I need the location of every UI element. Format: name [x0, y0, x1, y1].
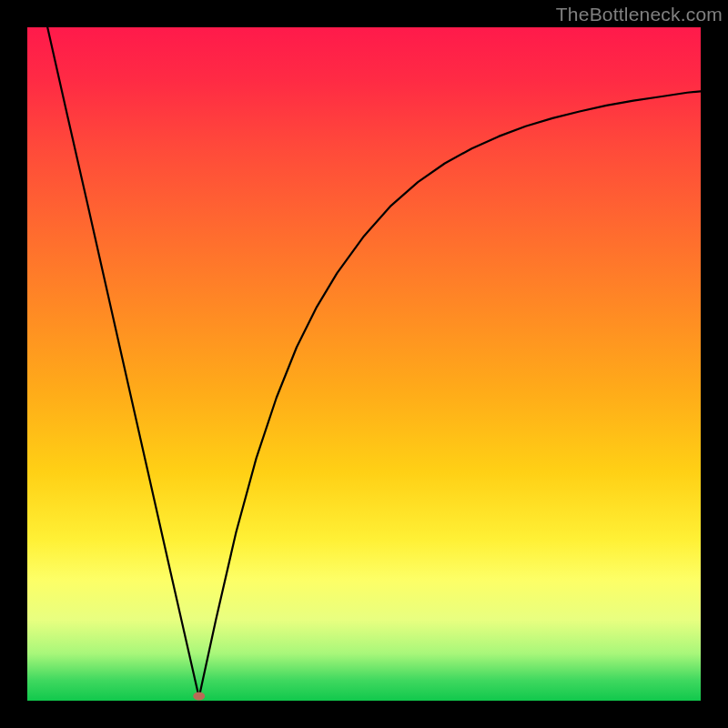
bottleneck-curve	[47, 27, 701, 697]
watermark-text: TheBottleneck.com	[556, 4, 723, 25]
minimum-marker	[193, 693, 205, 701]
chart-frame: TheBottleneck.com	[0, 0, 728, 728]
curve-layer	[27, 27, 701, 701]
plot-area	[27, 27, 701, 701]
